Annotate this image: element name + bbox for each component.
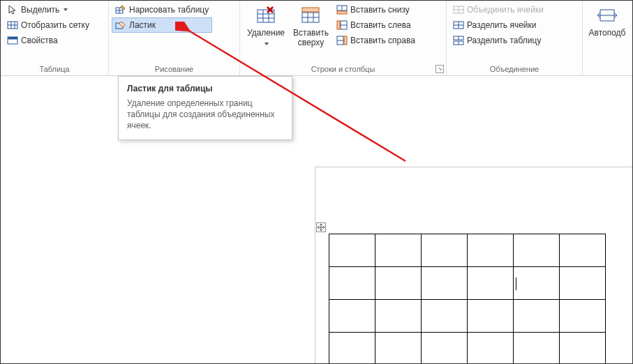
svg-rect-6 — [8, 37, 17, 39]
table-cell[interactable] — [514, 300, 560, 333]
table-cell[interactable] — [560, 267, 606, 300]
group-merge-label: Объединение — [449, 63, 579, 75]
tooltip-body: Удаление определенных границ таблицы для… — [127, 98, 283, 131]
table-cell[interactable] — [560, 333, 606, 365]
merge-cells-label: Объединить ячейки — [467, 5, 544, 15]
table-cell[interactable] — [468, 267, 514, 300]
dialog-launcher-icon[interactable]: ↘ — [435, 65, 444, 73]
group-table: Выделить Отобразить сетку Свойства Табли… — [1, 1, 109, 75]
tooltip-title: Ластик для таблицы — [127, 84, 283, 93]
delete-label: Удаление — [247, 28, 285, 38]
split-cells-label: Разделить ячейки — [467, 20, 537, 30]
table-cell[interactable] — [468, 300, 514, 333]
insert-above-label: Вставитьсверху — [293, 28, 329, 47]
table-cell[interactable] — [560, 300, 606, 333]
group-rows-cols: Удаление Вставитьсверху Вставить снизу В… — [240, 1, 447, 75]
document-table[interactable] — [329, 234, 606, 364]
split-cells-button[interactable]: Разделить ячейки — [449, 17, 547, 33]
eraser-label: Ластик — [129, 20, 156, 30]
delete-button[interactable]: Удаление — [243, 2, 289, 47]
select-button[interactable]: Выделить — [3, 2, 93, 17]
table-cell[interactable] — [375, 333, 422, 365]
table-cell[interactable] — [329, 300, 375, 333]
insert-left-icon — [336, 20, 348, 31]
split-cells-icon — [453, 20, 464, 31]
table-cell[interactable] — [375, 234, 422, 267]
insert-left-label: Вставить слева — [350, 20, 411, 30]
draw-table-button[interactable]: Нарисовать таблицу — [112, 2, 212, 17]
properties-button[interactable]: Свойства — [3, 33, 93, 48]
chevron-down-icon — [265, 43, 269, 45]
table-cell[interactable] — [422, 333, 468, 365]
table-cell[interactable] — [375, 300, 422, 333]
table-cell[interactable] — [468, 333, 514, 365]
table-cell[interactable] — [375, 267, 422, 300]
ribbon: Выделить Отобразить сетку Свойства Табли… — [1, 1, 632, 76]
properties-label: Свойства — [21, 36, 58, 45]
table-cell[interactable] — [422, 300, 468, 333]
group-drawing: Нарисовать таблицу Ластик Рисование — [109, 1, 240, 75]
split-table-icon — [453, 35, 464, 46]
merge-cells-button[interactable]: Объединить ячейки — [449, 2, 547, 17]
pencil-table-icon — [115, 4, 126, 15]
show-grid-button[interactable]: Отобразить сетку — [3, 17, 93, 33]
properties-icon — [7, 35, 18, 46]
draw-table-label: Нарисовать таблицу — [129, 5, 209, 15]
eraser-icon — [115, 20, 126, 31]
insert-below-icon — [336, 4, 348, 15]
show-grid-label: Отобразить сетку — [21, 20, 89, 30]
group-rows-cols-label: Строки и столбцы — [243, 63, 443, 75]
merge-cells-icon — [453, 4, 464, 15]
insert-right-button[interactable]: Вставить справа — [333, 33, 419, 48]
insert-left-button[interactable]: Вставить слева — [333, 17, 419, 33]
table-cell[interactable] — [514, 333, 560, 365]
autofit-label: Автоподб — [589, 28, 626, 38]
group-drawing-label: Рисование — [112, 63, 237, 75]
move-icon — [318, 224, 325, 231]
table-cell[interactable] — [560, 234, 606, 267]
group-table-label: Таблица — [3, 63, 105, 75]
insert-below-button[interactable]: Вставить снизу — [333, 2, 419, 17]
table-move-handle[interactable] — [316, 222, 326, 232]
autofit-button[interactable]: Автоподб — [586, 2, 629, 38]
table-cell[interactable] — [329, 333, 375, 365]
insert-above-icon — [299, 4, 322, 26]
grid-icon — [7, 20, 18, 31]
select-label: Выделить — [21, 5, 59, 15]
insert-above-button[interactable]: Вставитьсверху — [289, 2, 333, 47]
table-cell[interactable] — [329, 267, 375, 300]
insert-below-label: Вставить снизу — [350, 5, 410, 15]
table-cell[interactable] — [468, 234, 514, 267]
table-cell[interactable] — [514, 267, 560, 300]
table-cell[interactable] — [514, 234, 560, 267]
split-table-label: Разделить таблицу — [467, 36, 541, 45]
text-cursor — [516, 278, 516, 290]
delete-table-icon — [255, 4, 277, 26]
table-cell[interactable] — [422, 234, 468, 267]
svg-rect-29 — [344, 36, 347, 45]
split-table-button[interactable]: Разделить таблицу — [449, 33, 547, 48]
insert-right-icon — [336, 35, 348, 46]
group-autofit: Автоподб — [583, 1, 632, 75]
tooltip: Ластик для таблицы Удаление определенных… — [118, 76, 292, 140]
svg-rect-26 — [337, 21, 340, 29]
table-cell[interactable] — [329, 234, 375, 267]
insert-right-label: Вставить справа — [350, 36, 415, 45]
svg-rect-20 — [302, 8, 319, 12]
svg-rect-23 — [337, 11, 347, 14]
chevron-down-icon — [64, 8, 68, 11]
cursor-icon — [7, 4, 18, 15]
autofit-icon — [596, 4, 618, 26]
group-merge: Объединить ячейки Разделить ячейки Разде… — [447, 1, 583, 75]
table-cell[interactable] — [422, 267, 468, 300]
group-autofit-label — [586, 63, 629, 75]
eraser-button[interactable]: Ластик — [112, 17, 212, 33]
document-area — [1, 76, 632, 363]
